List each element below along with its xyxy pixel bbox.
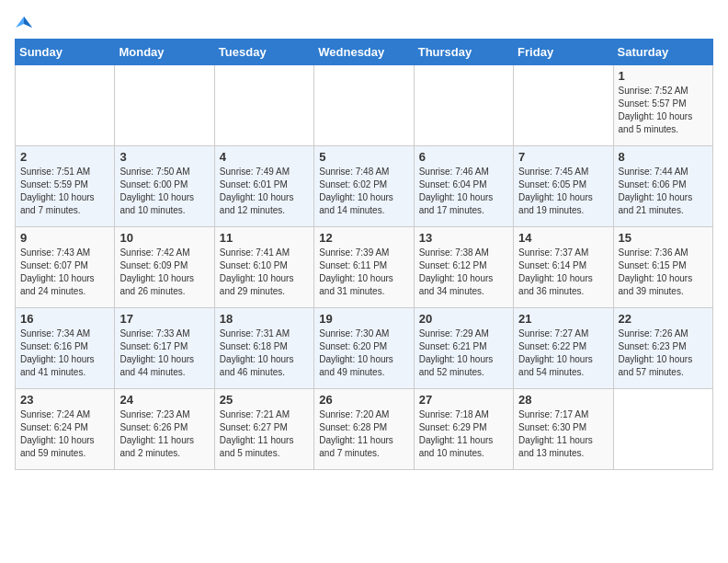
day-info: Sunrise: 7:52 AM Sunset: 5:57 PM Dayligh…	[619, 85, 708, 136]
col-header-saturday: Saturday	[613, 40, 712, 65]
col-header-friday: Friday	[514, 40, 613, 65]
calendar-cell	[115, 65, 214, 146]
calendar-cell: 13Sunrise: 7:38 AM Sunset: 6:12 PM Dayli…	[414, 227, 513, 308]
day-number: 4	[220, 150, 309, 164]
calendar-cell: 25Sunrise: 7:21 AM Sunset: 6:27 PM Dayli…	[214, 389, 313, 470]
calendar-cell	[214, 65, 313, 146]
calendar-week-row: 16Sunrise: 7:34 AM Sunset: 6:16 PM Dayli…	[16, 308, 713, 389]
calendar-cell: 16Sunrise: 7:34 AM Sunset: 6:16 PM Dayli…	[16, 308, 115, 389]
day-info: Sunrise: 7:30 AM Sunset: 6:20 PM Dayligh…	[319, 327, 408, 379]
col-header-wednesday: Wednesday	[314, 40, 414, 65]
day-info: Sunrise: 7:29 AM Sunset: 6:21 PM Dayligh…	[419, 327, 508, 379]
day-number: 14	[518, 231, 608, 245]
svg-marker-1	[24, 17, 32, 28]
day-number: 24	[119, 393, 209, 407]
calendar-week-row: 1Sunrise: 7:52 AM Sunset: 5:57 PM Daylig…	[16, 65, 713, 146]
calendar-week-row: 2Sunrise: 7:51 AM Sunset: 5:59 PM Daylig…	[16, 146, 713, 227]
day-info: Sunrise: 7:17 AM Sunset: 6:30 PM Dayligh…	[518, 408, 608, 460]
calendar-table: SundayMondayTuesdayWednesdayThursdayFrid…	[15, 39, 713, 470]
day-number: 16	[20, 312, 109, 326]
day-info: Sunrise: 7:20 AM Sunset: 6:28 PM Dayligh…	[319, 408, 408, 460]
calendar-cell: 1Sunrise: 7:52 AM Sunset: 5:57 PM Daylig…	[613, 65, 712, 146]
day-info: Sunrise: 7:33 AM Sunset: 6:17 PM Dayligh…	[119, 327, 209, 379]
day-number: 10	[119, 231, 209, 245]
day-info: Sunrise: 7:34 AM Sunset: 6:16 PM Dayligh…	[20, 327, 109, 379]
day-number: 19	[319, 312, 408, 326]
col-header-monday: Monday	[115, 40, 214, 65]
day-number: 5	[319, 150, 408, 164]
day-number: 8	[619, 150, 708, 164]
day-info: Sunrise: 7:42 AM Sunset: 6:09 PM Dayligh…	[119, 247, 209, 298]
day-number: 1	[619, 69, 708, 83]
calendar-cell: 3Sunrise: 7:50 AM Sunset: 6:00 PM Daylig…	[115, 146, 214, 227]
day-info: Sunrise: 7:21 AM Sunset: 6:27 PM Dayligh…	[220, 408, 309, 460]
calendar-cell: 28Sunrise: 7:17 AM Sunset: 6:30 PM Dayli…	[514, 389, 613, 470]
calendar-cell: 11Sunrise: 7:41 AM Sunset: 6:10 PM Dayli…	[214, 227, 313, 308]
calendar-cell: 6Sunrise: 7:46 AM Sunset: 6:04 PM Daylig…	[414, 146, 513, 227]
day-info: Sunrise: 7:45 AM Sunset: 6:05 PM Dayligh…	[518, 166, 608, 217]
calendar-cell: 14Sunrise: 7:37 AM Sunset: 6:14 PM Dayli…	[514, 227, 613, 308]
day-info: Sunrise: 7:38 AM Sunset: 6:12 PM Dayligh…	[419, 247, 508, 298]
calendar-cell: 19Sunrise: 7:30 AM Sunset: 6:20 PM Dayli…	[314, 308, 414, 389]
day-number: 15	[619, 231, 708, 245]
day-number: 21	[518, 312, 608, 326]
day-number: 12	[319, 231, 408, 245]
calendar-cell: 18Sunrise: 7:31 AM Sunset: 6:18 PM Dayli…	[214, 308, 313, 389]
calendar-cell	[314, 65, 414, 146]
day-number: 17	[119, 312, 209, 326]
calendar-cell: 12Sunrise: 7:39 AM Sunset: 6:11 PM Dayli…	[314, 227, 414, 308]
day-info: Sunrise: 7:26 AM Sunset: 6:23 PM Dayligh…	[619, 327, 708, 379]
day-number: 18	[220, 312, 309, 326]
day-info: Sunrise: 7:51 AM Sunset: 5:59 PM Dayligh…	[20, 166, 109, 217]
calendar-cell: 26Sunrise: 7:20 AM Sunset: 6:28 PM Dayli…	[314, 389, 414, 470]
day-info: Sunrise: 7:39 AM Sunset: 6:11 PM Dayligh…	[319, 247, 408, 298]
logo-bird-icon	[16, 15, 32, 31]
day-number: 13	[419, 231, 508, 245]
day-number: 26	[319, 393, 408, 407]
calendar-week-row: 9Sunrise: 7:43 AM Sunset: 6:07 PM Daylig…	[16, 227, 713, 308]
day-info: Sunrise: 7:37 AM Sunset: 6:14 PM Dayligh…	[518, 247, 608, 298]
calendar-cell: 20Sunrise: 7:29 AM Sunset: 6:21 PM Dayli…	[414, 308, 513, 389]
page-header	[15, 15, 713, 28]
day-info: Sunrise: 7:44 AM Sunset: 6:06 PM Dayligh…	[619, 166, 708, 217]
col-header-sunday: Sunday	[16, 40, 115, 65]
calendar-cell: 8Sunrise: 7:44 AM Sunset: 6:06 PM Daylig…	[613, 146, 712, 227]
day-info: Sunrise: 7:48 AM Sunset: 6:02 PM Dayligh…	[319, 166, 408, 217]
col-header-thursday: Thursday	[414, 40, 513, 65]
calendar-cell: 15Sunrise: 7:36 AM Sunset: 6:15 PM Dayli…	[613, 227, 712, 308]
day-number: 7	[518, 150, 608, 164]
col-header-tuesday: Tuesday	[214, 40, 313, 65]
day-number: 28	[518, 393, 608, 407]
day-info: Sunrise: 7:43 AM Sunset: 6:07 PM Dayligh…	[20, 247, 109, 298]
calendar-cell: 9Sunrise: 7:43 AM Sunset: 6:07 PM Daylig…	[16, 227, 115, 308]
calendar-cell: 17Sunrise: 7:33 AM Sunset: 6:17 PM Dayli…	[115, 308, 214, 389]
day-number: 9	[20, 231, 109, 245]
day-number: 11	[220, 231, 309, 245]
calendar-week-row: 23Sunrise: 7:24 AM Sunset: 6:24 PM Dayli…	[16, 389, 713, 470]
calendar-cell: 23Sunrise: 7:24 AM Sunset: 6:24 PM Dayli…	[16, 389, 115, 470]
day-info: Sunrise: 7:24 AM Sunset: 6:24 PM Dayligh…	[20, 408, 109, 460]
calendar-cell	[414, 65, 513, 146]
day-number: 25	[220, 393, 309, 407]
calendar-cell: 10Sunrise: 7:42 AM Sunset: 6:09 PM Dayli…	[115, 227, 214, 308]
day-number: 20	[419, 312, 508, 326]
calendar-cell: 22Sunrise: 7:26 AM Sunset: 6:23 PM Dayli…	[613, 308, 712, 389]
day-info: Sunrise: 7:23 AM Sunset: 6:26 PM Dayligh…	[119, 408, 209, 460]
day-info: Sunrise: 7:50 AM Sunset: 6:00 PM Dayligh…	[119, 166, 209, 217]
day-number: 27	[419, 393, 508, 407]
day-info: Sunrise: 7:31 AM Sunset: 6:18 PM Dayligh…	[220, 327, 309, 379]
calendar-cell: 5Sunrise: 7:48 AM Sunset: 6:02 PM Daylig…	[314, 146, 414, 227]
calendar-header-row: SundayMondayTuesdayWednesdayThursdayFrid…	[16, 40, 713, 65]
calendar-cell: 7Sunrise: 7:45 AM Sunset: 6:05 PM Daylig…	[514, 146, 613, 227]
day-info: Sunrise: 7:18 AM Sunset: 6:29 PM Dayligh…	[419, 408, 508, 460]
day-number: 3	[119, 150, 209, 164]
calendar-cell	[613, 389, 712, 470]
calendar-cell	[514, 65, 613, 146]
day-number: 23	[20, 393, 109, 407]
day-info: Sunrise: 7:36 AM Sunset: 6:15 PM Dayligh…	[619, 247, 708, 298]
calendar-cell: 24Sunrise: 7:23 AM Sunset: 6:26 PM Dayli…	[115, 389, 214, 470]
calendar-cell: 2Sunrise: 7:51 AM Sunset: 5:59 PM Daylig…	[16, 146, 115, 227]
logo	[15, 15, 33, 28]
calendar-cell: 27Sunrise: 7:18 AM Sunset: 6:29 PM Dayli…	[414, 389, 513, 470]
day-number: 6	[419, 150, 508, 164]
